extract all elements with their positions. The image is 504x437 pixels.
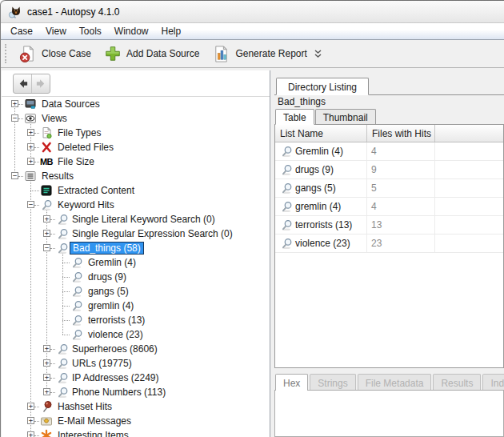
menu-help[interactable]: Help — [155, 24, 188, 38]
files-with-hits-cell: 4 — [367, 198, 435, 215]
search-icon — [70, 314, 83, 327]
tree-item-file-size[interactable]: +MBFile Size — [2, 154, 270, 169]
add-data-source-icon — [104, 45, 122, 62]
expand-plus-toggle[interactable]: + — [43, 215, 50, 223]
table-row[interactable]: drugs (9)9 — [275, 161, 503, 179]
menu-view[interactable]: View — [39, 24, 73, 38]
hashset-icon — [40, 400, 53, 413]
expand-plus-toggle[interactable]: + — [27, 417, 34, 424]
table-row[interactable]: violence (23)23 — [275, 235, 503, 253]
expand-plus-toggle[interactable]: + — [27, 158, 34, 165]
tree-item-hashset-hits[interactable]: +Hashset Hits — [2, 399, 270, 414]
tree-item-superheroes-8606[interactable]: +Superheroes (8606) — [2, 342, 270, 356]
tree-item-e-mail-messages[interactable]: +E-Mail Messages — [2, 414, 270, 428]
tree-item-ip-addresses-2249[interactable]: +IP Addresses (2249) — [2, 371, 270, 385]
toolbar-drag-handle[interactable] — [5, 44, 9, 63]
table-row[interactable]: Gremlin (4)4 — [275, 142, 503, 161]
expand-plus-toggle[interactable]: + — [43, 230, 50, 237]
tree-guide-line — [34, 205, 39, 206]
expand-plus-toggle[interactable]: + — [43, 345, 50, 352]
tree-item-keyword-hits[interactable]: −Keyword Hits — [2, 198, 270, 212]
directory-tree: +Data Sources−Views+File Types+Deleted F… — [2, 97, 270, 437]
close-case-label: Close Case — [42, 48, 91, 59]
tree-item-gremlin-4[interactable]: Gremlin (4) — [2, 255, 270, 270]
expand-plus-toggle[interactable]: + — [43, 374, 50, 381]
expand-plus-toggle[interactable]: + — [27, 143, 34, 150]
tree-item-gangs-5[interactable]: gangs (5) — [2, 284, 270, 299]
expand-plus-toggle[interactable]: + — [11, 100, 18, 107]
close-case-button[interactable]: Close Case — [14, 43, 99, 65]
tree-item-single-literal-keyword-search-0[interactable]: +Single Literal Keyword Search (0) — [2, 212, 270, 227]
expand-plus-toggle[interactable]: + — [27, 129, 34, 136]
close-case-icon — [18, 45, 37, 63]
list-name-cell: Gremlin (4) — [295, 146, 343, 157]
tree-item-results[interactable]: −Results — [2, 169, 270, 183]
tree-item-extracted-content[interactable]: Extracted Content — [2, 183, 270, 198]
tree-item-gremlin-4[interactable]: gremlin (4) — [2, 299, 270, 313]
tree-item-label: URLs (19775) — [72, 358, 132, 369]
menu-tools[interactable]: Tools — [73, 24, 108, 38]
tree-item-violence-23[interactable]: violence (23) — [2, 327, 270, 342]
tab-thumbnail[interactable]: Thumbnail — [315, 109, 376, 124]
table-row[interactable]: gremlin (4)4 — [275, 198, 503, 216]
main-split: +Data Sources−Views+File Types+Deleted F… — [2, 70, 504, 437]
tree-item-label: File Size — [58, 156, 94, 167]
expand-plus-toggle[interactable]: + — [43, 359, 50, 367]
menu-case[interactable]: Case — [4, 24, 39, 38]
app-icon — [8, 5, 22, 19]
tab-table[interactable]: Table — [275, 109, 314, 125]
tree-guide-line — [34, 421, 39, 422]
files-with-hits-cell: 4 — [367, 142, 435, 160]
views-icon — [24, 112, 37, 125]
menu-window[interactable]: Window — [108, 24, 155, 38]
tree-item-label: Single Regular Expression Search (0) — [72, 228, 233, 239]
tree-item-label: Results — [42, 170, 74, 182]
collapse-minus-toggle[interactable]: − — [43, 244, 50, 251]
generate-report-button[interactable]: Generate Report — [207, 43, 330, 65]
list-name-cell: gremlin (4) — [295, 201, 341, 212]
expand-plus-toggle[interactable]: + — [27, 403, 34, 410]
collapse-minus-toggle[interactable]: − — [27, 201, 34, 208]
content-viewer-tab-strip: HexStringsFile MetadataResultsIndexed Te… — [274, 373, 504, 390]
tree-item-terrorists-13[interactable]: terrorists (13) — [2, 313, 270, 327]
search-icon — [281, 164, 293, 176]
table-row[interactable]: terrorists (13)13 — [275, 216, 503, 235]
column-header-list-name[interactable]: List Name — [275, 125, 367, 142]
add-data-source-button[interactable]: Add Data Source — [99, 43, 207, 64]
tree-item-views[interactable]: −Views — [2, 111, 270, 126]
tab-hex[interactable]: Hex — [275, 374, 308, 391]
tab-directory-listing[interactable]: Directory Listing — [276, 78, 369, 95]
tree-item-deleted-files[interactable]: +Deleted Files — [2, 140, 270, 154]
collapse-minus-toggle[interactable]: − — [11, 114, 18, 122]
collapse-minus-toggle[interactable]: − — [11, 172, 18, 179]
tree-item-single-regular-expression-search-0[interactable]: +Single Regular Expression Search (0) — [2, 227, 270, 241]
result-panel: Directory Listing Bad_things Table Thumb… — [274, 70, 504, 437]
table-pane: List Name Files with Hits Gremlin (4)4dr… — [274, 125, 504, 368]
tree-guide-line — [62, 335, 70, 335]
search-icon — [281, 238, 293, 250]
double-chevron-down-icon[interactable] — [314, 49, 322, 59]
tree-guide-line — [62, 291, 70, 292]
search-icon — [56, 242, 69, 255]
tree-item-interesting-items[interactable]: +Interesting Items — [2, 428, 270, 437]
search-icon — [281, 201, 293, 213]
tree-item-label: Superheroes (8606) — [72, 343, 158, 355]
expand-plus-toggle[interactable]: + — [27, 431, 34, 437]
tree-item-file-types[interactable]: +File Types — [2, 126, 270, 140]
table-row[interactable]: gangs (5)5 — [275, 179, 503, 198]
forward-button[interactable] — [31, 74, 50, 93]
tree-item-label: Deleted Files — [58, 142, 114, 153]
tree-item-phone-numbers-113[interactable]: +Phone Numbers (113) — [2, 385, 270, 399]
tree-guide-line — [30, 190, 39, 191]
extracted-content-icon — [40, 184, 53, 197]
tree-item-data-sources[interactable]: +Data Sources — [2, 97, 270, 111]
tree-item-bad-things-58[interactable]: −Bad_things (58) — [2, 241, 270, 255]
expand-plus-toggle[interactable]: + — [43, 388, 50, 395]
tree-item-urls-19775[interactable]: +URLs (19775) — [2, 356, 270, 371]
search-icon — [281, 182, 293, 194]
tree-item-drugs-9[interactable]: drugs (9) — [2, 270, 270, 284]
column-header-files-with-hits[interactable]: Files with Hits — [367, 125, 435, 142]
view-tab-strip: Table Thumbnail — [274, 108, 504, 125]
back-button[interactable] — [14, 74, 31, 93]
tree-item-label: Bad_things (58) — [70, 242, 144, 255]
